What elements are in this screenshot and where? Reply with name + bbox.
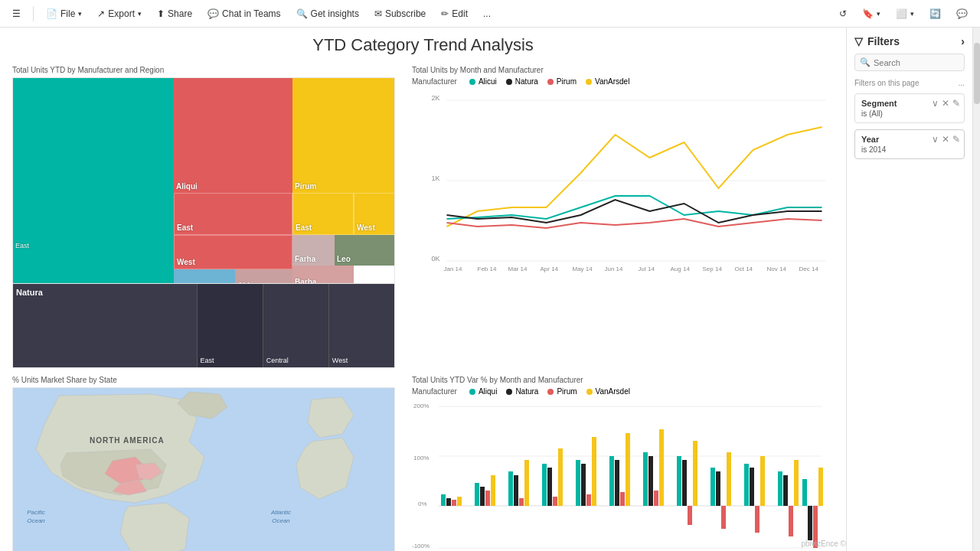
year-chevron-icon[interactable]: ∨ xyxy=(932,134,939,145)
filters-search-input[interactable] xyxy=(874,58,959,67)
segment-chevron-icon[interactable]: ∨ xyxy=(932,98,939,109)
treemap-cell-leo[interactable]: Leo xyxy=(335,235,395,266)
treemap-chart[interactable]: VanArsdel East Central West Aliqui Pirum xyxy=(12,77,395,284)
filters-collapse-icon[interactable]: › xyxy=(961,35,965,47)
treemap-cell-pirum-east[interactable]: East xyxy=(292,193,354,235)
bar-jul-vanarsdel[interactable] xyxy=(659,429,664,506)
bar-apr-aliqui[interactable] xyxy=(542,464,547,506)
bar-oct-vanarsdel[interactable] xyxy=(760,456,765,506)
bar-mar-vanarsdel[interactable] xyxy=(524,460,529,506)
share-button[interactable]: ⬆ Share xyxy=(151,5,198,22)
treemap-cell-abbas[interactable]: Abbas xyxy=(235,269,292,284)
treemap-cell-pirum[interactable]: Pirum xyxy=(292,78,395,193)
natura-block[interactable]: Natura xyxy=(13,284,197,367)
bar-mar-natura[interactable] xyxy=(514,475,518,506)
natura-east-block[interactable]: East xyxy=(197,284,263,367)
bar-aug-pirum[interactable] xyxy=(688,506,692,525)
bar-oct-pirum[interactable] xyxy=(755,506,760,533)
bar-nov-natura[interactable] xyxy=(783,475,788,506)
bar-nov-pirum[interactable] xyxy=(789,506,793,536)
bar-mar-aliqui[interactable] xyxy=(508,471,513,506)
bar-sep-natura[interactable] xyxy=(716,471,720,506)
bar-apr-vanarsdel[interactable] xyxy=(558,448,563,506)
treemap-cell-pirum-west[interactable]: West xyxy=(354,193,395,235)
scrollbar-thumb[interactable] xyxy=(974,43,980,104)
bar-jun-pirum[interactable] xyxy=(620,492,625,506)
file-menu-button[interactable]: 📄 File ▾ xyxy=(40,5,88,22)
treemap-cell-aliqui-east[interactable]: East xyxy=(174,193,292,235)
vanarsdel-dot xyxy=(586,79,592,85)
bar-aug-natura[interactable] xyxy=(682,460,687,506)
bar-may-natura[interactable] xyxy=(581,464,586,506)
treemap-cell-barba[interactable]: Barba xyxy=(292,266,354,284)
window-button[interactable]: ⬜▾ xyxy=(890,5,920,22)
bar-jan-pirum[interactable] xyxy=(452,500,456,506)
treemap-cell-vanarsdel[interactable]: VanArsdel East Central West xyxy=(13,78,174,284)
filters-search-box[interactable]: 🔍 xyxy=(854,54,965,71)
bar-mar-pirum[interactable] xyxy=(519,498,524,506)
bookmark-button[interactable]: 🔖▾ xyxy=(856,5,887,22)
bar-jun-aliqui[interactable] xyxy=(609,456,614,506)
bar-dec-natura[interactable] xyxy=(808,506,812,540)
treemap-cell-farha[interactable]: Farha xyxy=(292,235,335,266)
edit-button[interactable]: ✏ Edit xyxy=(435,5,474,22)
bar-feb-pirum[interactable] xyxy=(485,491,490,506)
bar-sep-pirum[interactable] xyxy=(721,506,726,529)
get-insights-button[interactable]: 🔍 Get insights xyxy=(290,5,365,22)
bar-feb-aliqui[interactable] xyxy=(475,483,479,506)
pirum-label: Pirum xyxy=(295,182,394,191)
year-edit-icon[interactable]: ✎ xyxy=(952,134,960,145)
bar-aug-aliqui[interactable] xyxy=(677,456,681,506)
bar-may-aliqui[interactable] xyxy=(576,460,580,506)
x-dec: Dec 14 xyxy=(799,266,819,272)
more-options-button[interactable]: ... xyxy=(477,5,497,22)
bar-oct-aliqui[interactable] xyxy=(744,464,749,506)
bar-jan-vanarsdel[interactable] xyxy=(457,497,462,506)
treemap-cell-aliqui[interactable]: Aliqui xyxy=(174,78,292,193)
bar-nov-vanarsdel[interactable] xyxy=(794,460,799,506)
year-clear-icon[interactable]: ✕ xyxy=(942,134,949,145)
year-filter-card[interactable]: Year is 2014 ∨ ✕ ✎ xyxy=(854,129,965,159)
bar-may-pirum[interactable] xyxy=(586,494,591,506)
hamburger-menu[interactable]: ☰ xyxy=(6,5,27,22)
bar-jul-natura[interactable] xyxy=(648,456,653,506)
bar-jan-natura[interactable] xyxy=(446,498,451,506)
chat-in-teams-button[interactable]: 💬 Chat in Teams xyxy=(201,5,286,22)
subscribe-button[interactable]: ✉ Subscribe xyxy=(368,5,432,22)
segment-clear-icon[interactable]: ✕ xyxy=(942,98,949,109)
reload-button[interactable]: 🔄 xyxy=(923,5,947,22)
bar-jan-aliqui[interactable] xyxy=(441,494,446,506)
bar-jul-aliqui[interactable] xyxy=(643,452,648,506)
refresh-button[interactable]: ↺ xyxy=(833,5,853,22)
treemap-cell-quibus[interactable]: Quibus East xyxy=(174,269,235,284)
bar-oct-natura[interactable] xyxy=(750,468,754,506)
bar-aug-vanarsdel[interactable] xyxy=(693,441,697,506)
bar-jun-natura[interactable] xyxy=(615,460,619,506)
bar-jul-pirum[interactable] xyxy=(654,491,658,506)
treemap-label: Total Units YTD by Manufacturer and Regi… xyxy=(12,66,403,74)
bar-apr-natura[interactable] xyxy=(547,468,552,506)
bar-jun-vanarsdel[interactable] xyxy=(626,433,630,506)
bar-may-vanarsdel[interactable] xyxy=(592,437,596,506)
bar-dec-aliqui[interactable] xyxy=(802,479,807,506)
bar-feb-natura[interactable] xyxy=(480,487,485,506)
bar-sep-vanarsdel[interactable] xyxy=(727,452,731,506)
bar-sep-aliqui[interactable] xyxy=(710,468,715,506)
bar-feb-vanarsdel[interactable] xyxy=(491,475,495,506)
x-oct: Oct 14 xyxy=(735,266,753,272)
segment-filter-card[interactable]: Segment is (All) ∨ ✕ ✎ xyxy=(854,93,965,123)
scrollbar[interactable] xyxy=(972,28,980,551)
natura-west-block[interactable]: West xyxy=(328,284,394,367)
legend-vanarsdel: VanArsdel xyxy=(586,77,629,86)
treemap-cell-aliqui-west[interactable]: West xyxy=(174,235,292,269)
bar-nov-aliqui[interactable] xyxy=(778,471,782,506)
segment-edit-icon[interactable]: ✎ xyxy=(952,98,960,109)
bar-dec-vanarsdel[interactable] xyxy=(818,468,823,506)
map-chart[interactable]: NORTH AMERICA Pacific Ocean Atlantic Oce… xyxy=(12,387,395,551)
filters-more-icon[interactable]: ... xyxy=(959,79,965,87)
natura-central-block[interactable]: Central xyxy=(263,284,328,367)
pacific-ocean-label: Pacific xyxy=(27,509,45,516)
comment-button[interactable]: 💬 xyxy=(950,5,974,22)
bar-apr-pirum[interactable] xyxy=(553,497,557,506)
export-menu-button[interactable]: ↗ Export ▾ xyxy=(91,5,148,22)
